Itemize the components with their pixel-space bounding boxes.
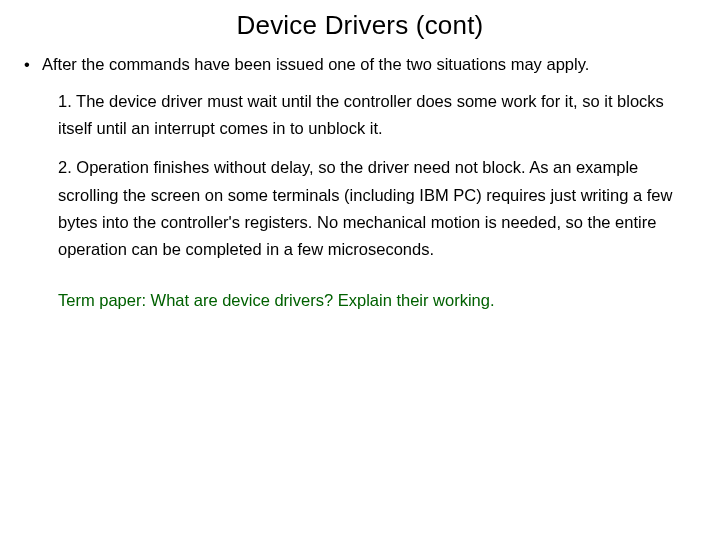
list-item: 1. The device driver must wait until the… — [58, 88, 690, 142]
bullet-line: • After the commands have been issued on… — [20, 55, 700, 74]
bullet-text: After the commands have been issued one … — [42, 55, 700, 74]
bullet-marker: • — [24, 55, 42, 74]
list-item: 2. Operation finishes without delay, so … — [58, 154, 690, 263]
term-paper-note: Term paper: What are device drivers? Exp… — [58, 291, 700, 310]
slide-title: Device Drivers (cont) — [20, 10, 700, 41]
